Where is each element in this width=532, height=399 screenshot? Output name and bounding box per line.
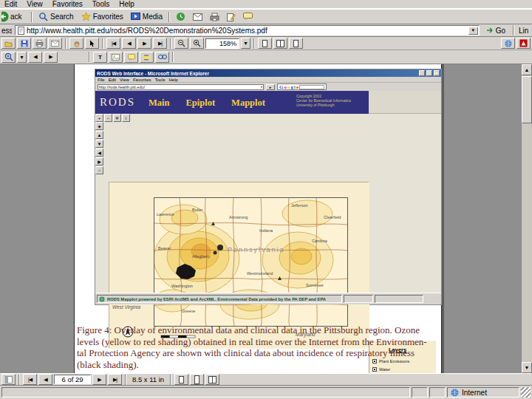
favorites-button[interactable]: Favorites bbox=[78, 10, 126, 24]
zone-label: Internet bbox=[462, 389, 487, 397]
map-tool-button-3[interactable]: ▼ bbox=[95, 140, 103, 148]
go-button[interactable]: Go bbox=[482, 24, 508, 37]
back-button[interactable]: ack bbox=[1, 10, 28, 24]
status-first-page-button[interactable]: |◀ bbox=[23, 374, 37, 385]
actual-size-button[interactable] bbox=[258, 38, 272, 49]
status-last-page-button[interactable]: ▶| bbox=[108, 374, 122, 385]
figure-caption: Figure 4: Overlay of environmental data … bbox=[77, 324, 440, 370]
scroll-thumb[interactable] bbox=[522, 76, 532, 123]
scroll-down-button[interactable]: ▼ bbox=[522, 362, 532, 373]
map-tool-button-1[interactable]: ◈ bbox=[95, 122, 103, 130]
map-tool-button-4[interactable]: ◀ bbox=[95, 149, 103, 157]
map-canvas[interactable]: LawrenceButlerArmstrongJeffersonClearfie… bbox=[109, 182, 369, 348]
navigation-pane-button[interactable] bbox=[1, 374, 16, 385]
print-button[interactable] bbox=[207, 10, 222, 24]
previous-page-button[interactable]: ◀ bbox=[122, 38, 136, 49]
nav-item[interactable]: Main bbox=[149, 98, 169, 109]
security-zone: Internet bbox=[447, 387, 519, 398]
zoom-in-button[interactable] bbox=[190, 38, 204, 49]
status-next-page-button[interactable]: ▶ bbox=[92, 374, 106, 385]
inner-maximize-button[interactable]: □ bbox=[426, 70, 432, 76]
map-tool-button-5[interactable]: ▶ bbox=[95, 157, 103, 166]
menu-item[interactable]: Help bbox=[119, 0, 134, 8]
link-tool-button[interactable] bbox=[155, 52, 169, 63]
fit-page-button[interactable] bbox=[289, 38, 303, 49]
inner-go-button[interactable]: ▸ bbox=[266, 84, 275, 90]
google-toolbar[interactable]: Google bbox=[277, 83, 327, 90]
text-select-tool-button[interactable]: T bbox=[93, 52, 107, 63]
inner-minimize-button[interactable]: _ bbox=[419, 70, 425, 76]
map-tool-button-6[interactable]: ○ bbox=[95, 166, 103, 174]
adobe-icon bbox=[519, 39, 528, 47]
next-view-button[interactable]: ▶ bbox=[44, 52, 58, 63]
fit-width-button[interactable] bbox=[273, 38, 287, 49]
site-nav: MainEpiplotMapplot bbox=[149, 98, 265, 109]
map-tool-button-2[interactable]: ▲ bbox=[95, 131, 103, 139]
inner-menubar: File Edit View Favorites Tools Help bbox=[95, 77, 441, 83]
go-label: Go bbox=[496, 27, 505, 35]
menu-bar: EditViewFavoritesToolsHelp bbox=[0, 0, 532, 9]
status-previous-page-button[interactable]: ◀ bbox=[38, 374, 52, 385]
address-dropdown-button[interactable]: ▾ bbox=[468, 27, 478, 35]
previous-view-button[interactable]: ◀ bbox=[28, 52, 42, 63]
select-tool-button[interactable] bbox=[85, 38, 99, 49]
inner-address-field[interactable]: http://rods.health.pitt.edu/ ▾ bbox=[98, 84, 264, 90]
zoom-out-button[interactable] bbox=[174, 38, 188, 49]
address-input[interactable] bbox=[27, 27, 466, 35]
adobe-button[interactable] bbox=[516, 38, 531, 49]
hand-tool-button[interactable] bbox=[69, 38, 83, 49]
zoom-dropdown-button[interactable]: ▾ bbox=[241, 38, 250, 49]
figure-screenshot: RODS Web Interface - Microsoft Internet … bbox=[95, 69, 442, 305]
open-folder-icon bbox=[4, 40, 13, 47]
inner-status-text: RODS Mapplot powered by ESRI ArcIMS and … bbox=[107, 297, 326, 301]
google-search-input[interactable] bbox=[299, 85, 324, 89]
history-icon bbox=[176, 12, 185, 21]
first-page-button[interactable]: |◀ bbox=[106, 38, 120, 49]
facing-layout-button[interactable] bbox=[205, 374, 219, 385]
back-icon bbox=[1, 11, 9, 22]
email-button[interactable] bbox=[48, 38, 62, 49]
menu-item[interactable]: View bbox=[27, 0, 43, 8]
map-zoom-out-button[interactable]: − bbox=[104, 114, 112, 122]
edit-button[interactable] bbox=[224, 10, 239, 24]
map-info-button[interactable]: i bbox=[122, 114, 130, 122]
inner-close-button[interactable]: × bbox=[434, 70, 440, 76]
zoom-tool-button[interactable] bbox=[1, 52, 16, 63]
page-indicator[interactable]: 6 of 29 bbox=[54, 375, 91, 384]
menu-item[interactable]: Edit bbox=[4, 0, 17, 8]
search-button[interactable]: Search bbox=[35, 10, 77, 24]
media-button[interactable]: Media bbox=[128, 10, 166, 24]
mail-button[interactable] bbox=[190, 10, 205, 24]
acrobat-online-button[interactable] bbox=[501, 38, 515, 49]
highlight-tool-button[interactable] bbox=[140, 52, 154, 63]
mail-icon bbox=[193, 13, 202, 21]
note-tool-button[interactable] bbox=[124, 52, 138, 63]
history-button[interactable] bbox=[173, 10, 188, 24]
vertical-scrollbar[interactable]: ▲ ▼ bbox=[521, 64, 532, 373]
zoom-level-field[interactable]: 158% bbox=[205, 38, 239, 49]
menu-item[interactable]: Tools bbox=[92, 0, 109, 8]
zoom-tool-dropdown-button[interactable]: ▾ bbox=[17, 52, 27, 63]
discuss-button[interactable] bbox=[240, 10, 256, 24]
save-button[interactable] bbox=[17, 38, 31, 49]
resize-grip[interactable] bbox=[521, 387, 531, 398]
image-select-tool-button[interactable] bbox=[109, 52, 123, 63]
print-button-acrobat[interactable] bbox=[33, 38, 47, 49]
nav-item[interactable]: Mapplot bbox=[231, 98, 265, 109]
pane-toggle-icon bbox=[5, 376, 13, 383]
scroll-up-button[interactable]: ▲ bbox=[522, 64, 532, 75]
links-label[interactable]: Lin bbox=[519, 27, 531, 35]
open-button[interactable] bbox=[1, 38, 16, 49]
caption-line: levels (yellow to red shading) obtained … bbox=[77, 336, 440, 348]
continuous-layout-button[interactable] bbox=[190, 374, 204, 385]
address-field[interactable]: ▾ bbox=[15, 25, 480, 35]
document-viewport[interactable]: RODS Web Interface - Microsoft Internet … bbox=[0, 64, 532, 373]
map-pan-button[interactable]: ✛ bbox=[113, 114, 121, 122]
single-page-layout-button[interactable] bbox=[174, 374, 188, 385]
next-page-button[interactable]: ▶ bbox=[137, 38, 151, 49]
menu-item[interactable]: Favorites bbox=[52, 0, 83, 8]
magnifier-plus-icon bbox=[4, 52, 13, 61]
map-zoom-in-button[interactable]: + bbox=[95, 114, 103, 122]
nav-item[interactable]: Epiplot bbox=[185, 98, 215, 109]
last-page-button[interactable]: ▶| bbox=[153, 38, 167, 49]
